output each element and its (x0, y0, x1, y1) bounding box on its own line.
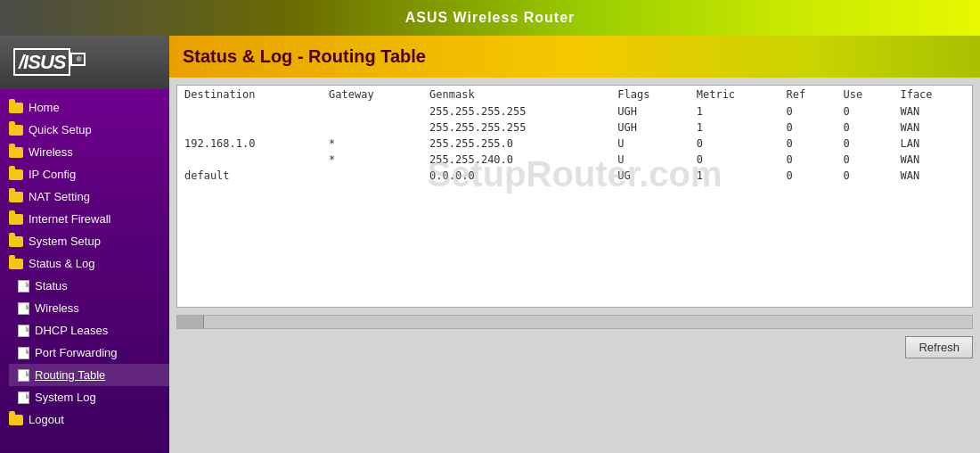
doc-icon (18, 391, 29, 404)
refresh-button[interactable]: Refresh (905, 336, 973, 358)
asus-logo: /ISUS® (13, 51, 86, 74)
cell-3-2: 255.255.240.0 (422, 152, 610, 168)
sidebar-item-status-log-label: Status & Log (29, 257, 94, 270)
folder-icon (9, 147, 23, 158)
cell-4-2: 0.0.0.0 (422, 168, 610, 184)
sidebar-item-internet-firewall[interactable]: Internet Firewall (0, 208, 169, 230)
sidebar-item-nat-setting[interactable]: NAT Setting (0, 185, 169, 208)
cell-1-3: UGH (610, 119, 689, 136)
cell-0-2: 255.255.255.255 (422, 103, 610, 119)
folder-icon (9, 214, 23, 225)
sidebar-item-wireless-sub[interactable]: Wireless (9, 297, 169, 319)
sidebar-item-status-log[interactable]: Status & Log (0, 252, 169, 275)
cell-2-4: 0 (690, 136, 780, 152)
cell-3-4: 0 (690, 152, 780, 168)
sidebar-item-system-log[interactable]: System Log (9, 386, 169, 408)
cell-1-7: WAN (893, 119, 972, 136)
cell-3-1: * (322, 152, 422, 168)
sidebar-item-firewall-label: Internet Firewall (29, 212, 110, 226)
sidebar-item-quick-setup-label: Quick Setup (29, 123, 92, 136)
sidebar-item-dhcp-label: DHCP Leases (35, 324, 108, 337)
cell-0-0 (177, 103, 322, 119)
doc-icon (18, 302, 29, 315)
cell-2-7: LAN (893, 136, 972, 152)
col-ref: Ref (780, 86, 837, 103)
sidebar-item-home[interactable]: Home (0, 96, 169, 119)
sidebar-nav: Home Quick Setup Wireless IP Config NAT … (0, 89, 169, 431)
refresh-area: Refresh (169, 329, 980, 366)
col-metric: Metric (690, 86, 780, 103)
page-header: Status & Log - Routing Table (169, 36, 980, 78)
doc-icon (18, 369, 29, 382)
cell-2-5: 0 (780, 136, 837, 152)
cell-0-3: UGH (610, 103, 689, 119)
col-destination: Destination (177, 86, 322, 103)
sidebar-item-ip-config[interactable]: IP Config (0, 163, 169, 185)
sidebar-item-routing-table[interactable]: Routing Table (9, 364, 169, 386)
cell-1-5: 0 (780, 119, 837, 136)
routing-table: Destination Gateway Genmask Flags Metric… (177, 86, 972, 184)
cell-3-3: U (610, 152, 689, 168)
sub-items: Status Wireless DHCP Leases Port Forward… (0, 275, 169, 408)
table-row: default0.0.0.0UG100WAN (177, 168, 972, 184)
routing-table-container[interactable]: SetupRouter.com Destination Gateway Genm… (176, 85, 973, 308)
scroll-thumb (177, 316, 204, 328)
sidebar-item-home-label: Home (29, 101, 60, 114)
content-area: Status & Log - Routing Table SetupRouter… (169, 36, 980, 453)
cell-4-4: 1 (690, 168, 780, 184)
cell-1-4: 1 (690, 119, 780, 136)
main-layout: /ISUS® Home Quick Setup Wireless IP Conf… (0, 36, 980, 453)
cell-1-2: 255.255.255.255 (422, 119, 610, 136)
cell-1-0 (177, 119, 322, 136)
col-genmask: Genmask (422, 86, 610, 103)
cell-2-3: U (610, 136, 689, 152)
sidebar-item-wireless-label: Wireless (29, 145, 73, 159)
cell-4-6: 0 (836, 168, 893, 184)
cell-2-0: 192.168.1.0 (177, 136, 322, 152)
sidebar-item-status[interactable]: Status (9, 275, 169, 297)
col-gateway: Gateway (322, 86, 422, 103)
cell-3-7: WAN (893, 152, 972, 168)
table-row: 255.255.255.255UGH100WAN (177, 119, 972, 136)
folder-icon (9, 259, 23, 269)
sidebar-item-wireless[interactable]: Wireless (0, 141, 169, 163)
cell-2-1: * (322, 136, 422, 152)
sidebar: /ISUS® Home Quick Setup Wireless IP Conf… (0, 36, 169, 453)
doc-icon (18, 325, 29, 337)
cell-0-1 (322, 103, 422, 119)
folder-icon (9, 236, 23, 247)
cell-4-1 (322, 168, 422, 184)
sidebar-item-dhcp-leases[interactable]: DHCP Leases (9, 319, 169, 342)
cell-2-6: 0 (836, 136, 893, 152)
cell-1-1 (322, 119, 422, 136)
sidebar-item-port-forwarding[interactable]: Port Forwarding (9, 342, 169, 364)
sidebar-item-status-label: Status (35, 279, 68, 292)
sidebar-item-logout[interactable]: Logout (0, 408, 169, 431)
cell-0-4: 1 (690, 103, 780, 119)
sidebar-item-logout-label: Logout (29, 413, 64, 426)
sidebar-item-routing-table-label: Routing Table (35, 368, 105, 382)
table-header-row: Destination Gateway Genmask Flags Metric… (177, 86, 972, 103)
sidebar-item-system-setup[interactable]: System Setup (0, 230, 169, 252)
col-use: Use (836, 86, 893, 103)
horizontal-scrollbar[interactable] (176, 315, 973, 329)
logo-area: /ISUS® (0, 36, 169, 89)
cell-1-6: 0 (836, 119, 893, 136)
folder-icon (9, 125, 23, 136)
page-title: Status & Log - Routing Table (183, 46, 426, 66)
folder-icon (9, 103, 23, 113)
cell-3-0 (177, 152, 322, 168)
cell-4-7: WAN (893, 168, 972, 184)
sidebar-item-system-setup-label: System Setup (29, 235, 101, 248)
cell-3-5: 0 (780, 152, 837, 168)
cell-2-2: 255.255.255.0 (422, 136, 610, 152)
folder-icon (9, 415, 23, 425)
sidebar-item-quick-setup[interactable]: Quick Setup (0, 119, 169, 141)
table-row: 192.168.1.0*255.255.255.0U000LAN (177, 136, 972, 152)
folder-icon (9, 169, 23, 180)
doc-icon (18, 347, 29, 359)
doc-icon (18, 280, 29, 292)
sidebar-item-nat-label: NAT Setting (29, 190, 90, 203)
sidebar-item-wireless-sub-label: Wireless (35, 301, 79, 315)
top-banner: ASUS Wireless Router (0, 0, 980, 36)
